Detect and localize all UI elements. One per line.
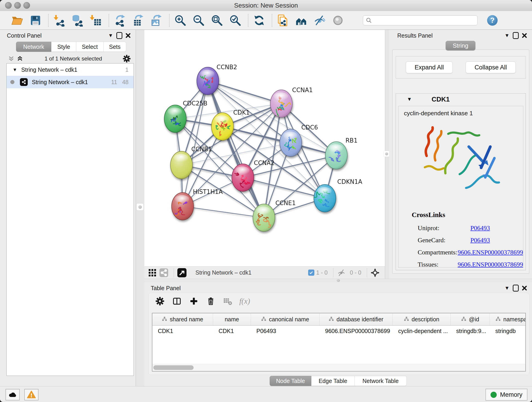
network-graph[interactable]: CCNB2CCNA1CDC25BCDK1CDC6RB1CCNB1CCNA2CDK… bbox=[144, 30, 385, 266]
table-row[interactable]: CDK1CDK1P064939606.ENSP00000378699cyclin… bbox=[152, 326, 525, 336]
import-network-database-button[interactable] bbox=[70, 13, 85, 27]
tab-network[interactable]: Network bbox=[16, 42, 51, 52]
search-box[interactable] bbox=[363, 15, 477, 26]
zoom-in-button[interactable] bbox=[173, 13, 187, 27]
search-input[interactable] bbox=[374, 17, 475, 24]
show-all-button[interactable] bbox=[331, 13, 345, 27]
column-header-name[interactable]: name bbox=[213, 313, 251, 325]
network-canvas[interactable]: CCNB2CCNA1CDC25BCDK1CDC6RB1CCNB1CCNA2CDK… bbox=[144, 30, 385, 266]
create-column-button[interactable] bbox=[189, 296, 199, 306]
graph-edge[interactable] bbox=[243, 155, 336, 178]
horizontal-scrollbar[interactable] bbox=[152, 364, 525, 371]
hide-selected-button[interactable] bbox=[312, 13, 327, 27]
zoom-fit-button[interactable] bbox=[210, 13, 224, 27]
control-panel-title: Control Panel bbox=[7, 32, 106, 39]
column-header-namespac[interactable]: namespac bbox=[490, 313, 526, 325]
zoom-selected-button[interactable] bbox=[228, 13, 242, 27]
crosslink-link[interactable]: P06493 bbox=[470, 236, 490, 244]
export-image-button[interactable] bbox=[149, 13, 164, 27]
table-panel-close-button[interactable] bbox=[520, 284, 529, 292]
close-icon bbox=[522, 286, 527, 291]
warnings-button[interactable] bbox=[24, 389, 38, 400]
crosslink-link[interactable]: 9606.ENSP00000378699 bbox=[458, 261, 523, 268]
zoom-out-button[interactable] bbox=[191, 13, 206, 27]
tree-expander-icon[interactable]: ▼ bbox=[13, 67, 17, 72]
network-collection-row[interactable]: ▼ String Network – cdk1 1 bbox=[7, 64, 133, 76]
control-panel-close-button[interactable] bbox=[124, 32, 133, 39]
show-columns-button[interactable] bbox=[172, 296, 182, 306]
refresh-icon bbox=[253, 14, 265, 27]
column-header-canonical-name[interactable]: canonical name bbox=[251, 313, 320, 325]
cloud-button[interactable] bbox=[6, 389, 20, 400]
collapse-section-icon[interactable]: ▼ bbox=[407, 96, 412, 102]
tab-node-table[interactable]: Node Table bbox=[270, 376, 311, 386]
control-panel-menu-button[interactable]: ▼ bbox=[106, 32, 115, 39]
graph-node-rb1[interactable] bbox=[325, 142, 347, 169]
graph-node-ccne1[interactable] bbox=[253, 204, 275, 231]
memory-button[interactable]: Memory bbox=[486, 389, 527, 401]
control-panel-float-button[interactable] bbox=[115, 32, 124, 39]
window-title: Session: New Session bbox=[0, 2, 532, 9]
graph-node-cdc6[interactable] bbox=[280, 129, 302, 157]
right-splitter[interactable] bbox=[385, 30, 389, 279]
graph-node-cdk1[interactable] bbox=[211, 113, 234, 140]
expand-all-button[interactable]: Expand All bbox=[406, 61, 453, 73]
graph-node-ccnb2[interactable] bbox=[197, 67, 219, 95]
results-panel-float-button[interactable] bbox=[511, 32, 520, 39]
column-header-shared-name[interactable]: shared name bbox=[152, 313, 213, 325]
horizontal-splitter-handle[interactable] bbox=[337, 279, 340, 282]
tab-sets[interactable]: Sets bbox=[104, 42, 126, 52]
export-table-button[interactable] bbox=[131, 13, 145, 27]
share-view-button[interactable] bbox=[159, 268, 169, 278]
document-share-icon bbox=[277, 14, 289, 27]
graph-node-ccna2[interactable] bbox=[232, 164, 254, 191]
collapse-all-button[interactable]: Collapse All bbox=[466, 61, 516, 73]
tab-string[interactable]: String bbox=[446, 41, 475, 51]
right-splitter-handle[interactable] bbox=[384, 151, 389, 157]
import-database-icon bbox=[71, 14, 84, 27]
grid-view-button[interactable] bbox=[147, 268, 157, 278]
tab-edge-table[interactable]: Edge Table bbox=[311, 376, 355, 386]
tab-select[interactable]: Select bbox=[76, 42, 104, 52]
birdseye-view-button[interactable] bbox=[370, 268, 380, 278]
table-panel-float-button[interactable] bbox=[511, 284, 520, 292]
first-neighbors-button[interactable] bbox=[294, 13, 308, 27]
column-header-description[interactable]: description bbox=[393, 313, 451, 325]
gene-section-header[interactable]: ▼ CDK1 bbox=[396, 94, 526, 105]
refresh-button[interactable] bbox=[252, 13, 266, 27]
delete-column-button[interactable] bbox=[206, 296, 216, 306]
import-network-file-button[interactable] bbox=[52, 13, 66, 27]
import-table-file-button[interactable] bbox=[89, 13, 103, 27]
graph-node-cdc25b[interactable] bbox=[164, 105, 186, 133]
scrollbar-thumb[interactable] bbox=[153, 365, 194, 370]
table-options-button[interactable] bbox=[155, 296, 165, 306]
graph-node-ccnb1[interactable] bbox=[171, 151, 192, 179]
graph-node-hist1h1a[interactable] bbox=[172, 192, 194, 220]
column-header-database-identifier[interactable]: database identifier bbox=[320, 313, 393, 325]
expand-all-tree-button[interactable] bbox=[16, 55, 24, 62]
left-splitter-handle[interactable] bbox=[137, 204, 143, 211]
tab-style[interactable]: Style bbox=[51, 42, 76, 52]
results-panel-close-button[interactable] bbox=[520, 32, 529, 39]
table-panel-menu-button[interactable]: ▼ bbox=[503, 284, 511, 292]
left-splitter[interactable] bbox=[136, 30, 145, 386]
help-button[interactable]: ? bbox=[487, 15, 498, 26]
crosslink-link[interactable]: 9606.ENSP00000378699 bbox=[458, 249, 523, 256]
save-session-button[interactable] bbox=[28, 13, 43, 27]
memory-status-dot bbox=[491, 392, 497, 398]
graph-edge[interactable] bbox=[183, 206, 264, 218]
network-document-button[interactable] bbox=[276, 13, 290, 27]
graph-node-cdkn1a[interactable] bbox=[314, 185, 336, 212]
open-session-button[interactable] bbox=[10, 13, 24, 27]
crosslink-link[interactable]: P06493 bbox=[470, 224, 490, 232]
tab-network-table[interactable]: Network Table bbox=[355, 376, 407, 386]
export-network-button[interactable] bbox=[113, 13, 127, 27]
column-header--id[interactable]: @id bbox=[451, 313, 490, 325]
network-options-button[interactable] bbox=[122, 55, 131, 62]
detach-view-button[interactable] bbox=[177, 268, 187, 278]
results-panel-menu-button[interactable]: ▼ bbox=[503, 32, 511, 39]
network-row-selected[interactable]: String Network – cdk1 11 48 bbox=[7, 76, 133, 88]
collapse-all-tree-button[interactable] bbox=[7, 55, 16, 62]
selected-checkbox-icon[interactable] bbox=[308, 269, 314, 276]
graph-node-ccna1[interactable] bbox=[270, 90, 292, 117]
